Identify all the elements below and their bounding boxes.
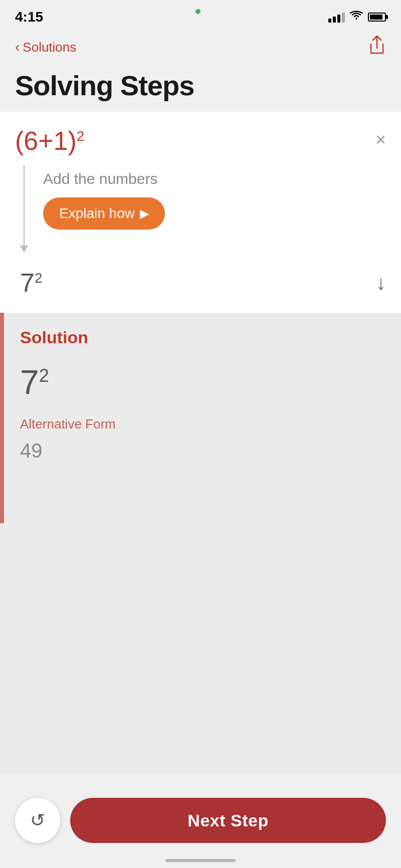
status-time: 4:15 — [15, 9, 43, 25]
step-description: Add the numbers — [43, 170, 386, 187]
alt-form-value: 49 — [20, 440, 386, 462]
solution-base: 7 — [20, 363, 39, 401]
page-title-section: Solving Steps — [0, 64, 401, 112]
spacer-area — [0, 523, 401, 774]
close-button[interactable]: × — [375, 129, 386, 150]
result-exponent: 2 — [35, 270, 43, 286]
solution-title: Solution — [20, 328, 386, 347]
nav-bar: ‹ Solutions — [0, 30, 401, 64]
expand-button[interactable]: ↓ — [376, 272, 386, 294]
battery-icon — [368, 13, 386, 22]
step-arrow — [20, 165, 28, 253]
next-step-button[interactable]: Next Step — [70, 798, 386, 843]
input-expression: (6+1)2 — [15, 127, 84, 155]
solution-section: Solution 72 Alternative Form 49 — [0, 313, 401, 523]
signal-bars-icon — [328, 12, 345, 23]
green-dot-indicator — [195, 9, 200, 14]
share-button[interactable] — [368, 35, 386, 59]
wifi-icon — [350, 11, 363, 24]
solution-expression: 72 — [20, 362, 386, 401]
status-bar: 4:15 — [0, 0, 401, 30]
play-icon: ▶ — [140, 206, 149, 221]
expression-exponent: 2 — [77, 128, 85, 144]
undo-icon: ↺ — [30, 810, 45, 831]
expression-base: (6+1) — [15, 126, 77, 155]
home-indicator — [165, 859, 236, 862]
undo-button[interactable]: ↺ — [15, 798, 60, 843]
result-base: 7 — [20, 268, 35, 297]
step-arrow-section: Add the numbers Explain how ▶ — [20, 165, 386, 253]
solution-exponent: 2 — [39, 366, 49, 386]
result-section: 72 ↓ — [20, 263, 386, 298]
solution-accent-bar — [0, 313, 4, 523]
page-title: Solving Steps — [15, 69, 386, 102]
back-label: Solutions — [23, 40, 76, 55]
result-expression: 72 — [20, 268, 43, 298]
back-button[interactable]: ‹ Solutions — [15, 39, 76, 55]
explain-how-button[interactable]: Explain how ▶ — [43, 197, 165, 230]
back-chevron-icon: ‹ — [15, 39, 20, 55]
step-expression: (6+1)2 × — [15, 127, 386, 155]
explanation-section: Add the numbers Explain how ▶ — [43, 165, 386, 230]
steps-card: (6+1)2 × Add the numbers Explain how ▶ 7… — [0, 112, 401, 313]
status-icons — [328, 11, 386, 24]
alt-form-label: Alternative Form — [20, 416, 386, 432]
explain-how-label: Explain how — [59, 205, 135, 222]
bottom-bar: ↺ Next Step — [0, 785, 401, 868]
